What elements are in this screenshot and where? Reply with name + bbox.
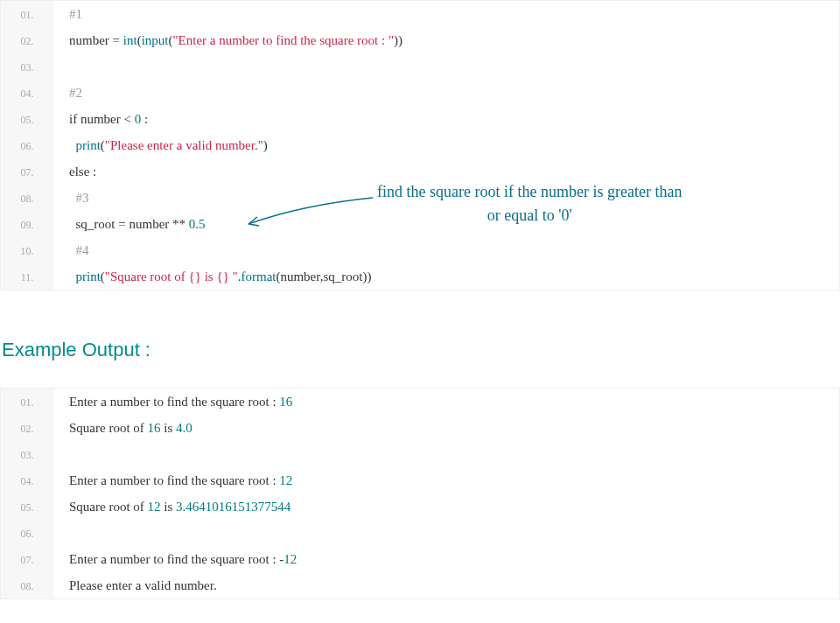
code-line: 05.if number < 0 : (1, 106, 839, 132)
code-token (69, 191, 76, 205)
code-token: 12 (148, 500, 161, 514)
line-number: 04. (1, 80, 53, 106)
code-token: sq_root (69, 217, 118, 231)
line-number: 07. (1, 158, 53, 185)
code-token: print (76, 138, 101, 152)
code-content: Square root of 12 is 3.4641016151377544 (53, 494, 290, 519)
code-line: 07.Enter a number to find the square roo… (1, 546, 839, 572)
line-number: 01. (1, 1, 53, 27)
code-token: ) (263, 138, 268, 152)
line-number: 06. (1, 520, 53, 546)
code-token: 16 (279, 395, 292, 409)
code-token (69, 243, 76, 257)
code-token: 3.4641016151377544 (176, 500, 290, 514)
code-line: 08. #3 (1, 185, 839, 211)
code-line: 11. print("Square root of {} is {} ".for… (1, 263, 839, 290)
code-line: 01.#1 (1, 1, 839, 27)
code-token: number (69, 33, 113, 47)
code-token: 12 (279, 473, 292, 487)
code-line: 09. sq_root = number ** 0.5 (1, 211, 839, 237)
code-content: number = int(input("Enter a number to fi… (53, 28, 402, 52)
code-token: "Please enter a valid number." (105, 138, 263, 152)
code-token: number (280, 270, 319, 284)
code-token: number (77, 112, 123, 126)
code-token (69, 270, 76, 284)
line-number: 02. (1, 415, 53, 441)
line-number: 08. (1, 572, 53, 598)
code-token: ** (172, 217, 186, 231)
code-line: 06. (1, 520, 839, 546)
code-content: Enter a number to find the square root :… (53, 468, 292, 493)
line-number: 03. (1, 53, 53, 80)
code-token: int (123, 33, 137, 47)
code-token: Square root of (69, 500, 148, 514)
code-token: else (69, 164, 89, 178)
code-token: "Square root of {} is {} " (105, 270, 238, 284)
code-line: 04.#2 (1, 80, 839, 106)
code-token: sq_root (323, 270, 362, 284)
code-token: : (144, 112, 148, 126)
code-token: input (142, 33, 169, 47)
example-output-heading: Example Output : (0, 339, 840, 361)
code-token: format (241, 270, 276, 284)
code-line: 08.Please enter a valid number. (1, 572, 839, 598)
line-number: 08. (1, 185, 53, 211)
code-content: #4 (53, 238, 89, 262)
code-line: 03. (1, 53, 839, 80)
code-block-2: 01.Enter a number to find the square roo… (0, 388, 840, 599)
code-token: if (69, 112, 77, 126)
code-line: 02.Square root of 16 is 4.0 (1, 415, 839, 441)
line-number: 09. (1, 211, 53, 237)
code-token: number (126, 217, 172, 231)
code-content: Please enter a valid number. (53, 573, 217, 598)
code-token: Enter a number to find the square root (69, 552, 272, 566)
code-content: #2 (53, 80, 82, 105)
code-token: 16 (148, 421, 161, 435)
code-token: 12 (284, 552, 297, 566)
code-token: #4 (76, 243, 89, 257)
line-number: 02. (1, 27, 53, 53)
code-line: 01.Enter a number to find the square roo… (1, 388, 839, 415)
line-number: 04. (1, 467, 53, 494)
code-content: Enter a number to find the square root :… (53, 547, 297, 571)
code-token (69, 138, 76, 152)
code-line: 02.number = int(input("Enter a number to… (1, 27, 839, 53)
code-content: if number < 0 : (53, 107, 148, 131)
code-content: #1 (53, 2, 82, 26)
code-line: 06. print("Please enter a valid number."… (1, 132, 839, 158)
code-content: sq_root = number ** 0.5 (53, 212, 206, 236)
code-token: 4.0 (176, 421, 192, 435)
code-content: print("Square root of {} is {} ".format(… (53, 264, 371, 289)
line-number: 11. (1, 263, 53, 290)
line-number: 05. (1, 494, 53, 520)
line-number: 03. (1, 441, 53, 467)
code-token: #3 (76, 191, 89, 205)
code-content: print("Please enter a valid number.") (53, 133, 268, 158)
code-line: 05.Square root of 12 is 3.46410161513775… (1, 494, 839, 520)
code-token: = (118, 217, 125, 231)
line-number: 10. (1, 237, 53, 263)
code-line: 03. (1, 441, 839, 467)
code-content: else : (53, 159, 96, 184)
code-token: = (113, 33, 120, 47)
code-token: #2 (69, 86, 82, 100)
code-token: )) (362, 270, 371, 284)
code-token: Square root of (69, 421, 148, 435)
code-line: 04.Enter a number to find the square roo… (1, 467, 839, 494)
line-number: 01. (1, 388, 53, 415)
code-token: Enter a number to find the square root (69, 473, 272, 487)
code-token: : (93, 164, 96, 178)
code-content: Enter a number to find the square root :… (53, 389, 292, 414)
code-token: . (214, 578, 217, 592)
code-line: 10. #4 (1, 237, 839, 263)
line-number: 05. (1, 106, 53, 132)
line-number: 07. (1, 546, 53, 572)
code-token: Please enter a valid number (69, 578, 214, 592)
code-block-1: 01.#102.number = int(input("Enter a numb… (0, 0, 840, 290)
code-token: print (76, 270, 101, 284)
code-token: 0.5 (189, 217, 206, 231)
code-token: )) (394, 33, 402, 47)
code-content: Square root of 16 is 4.0 (53, 416, 192, 440)
code-token: #1 (69, 7, 82, 21)
code-content: #3 (53, 186, 89, 210)
